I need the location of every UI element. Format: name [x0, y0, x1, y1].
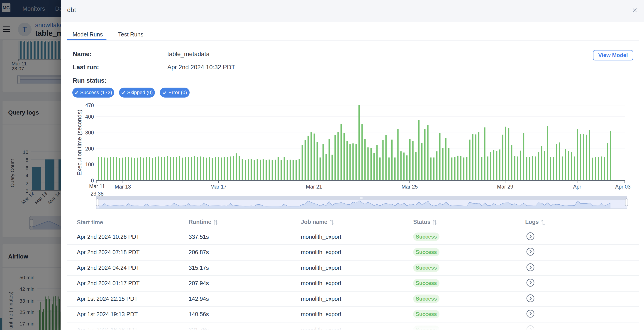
svg-text:23:38: 23:38: [90, 191, 104, 197]
svg-text:Mar 29: Mar 29: [497, 184, 514, 190]
svg-text:Apr 03: Apr 03: [615, 184, 630, 190]
svg-text:Mar 13: Mar 13: [115, 184, 131, 190]
svg-text:Execution time (seconds): Execution time (seconds): [76, 110, 83, 176]
svg-text:Mar 21: Mar 21: [306, 184, 322, 190]
svg-text:Mar 11: Mar 11: [89, 183, 105, 189]
svg-text:200: 200: [85, 146, 94, 152]
svg-text:0: 0: [91, 178, 94, 183]
svg-text:300: 300: [85, 130, 94, 136]
svg-text:Mar 17: Mar 17: [210, 184, 227, 190]
svg-text:Apr: Apr: [573, 184, 581, 190]
svg-text:470: 470: [85, 103, 94, 108]
svg-text:Mar 25: Mar 25: [402, 184, 418, 190]
svg-text:100: 100: [85, 162, 94, 167]
svg-text:400: 400: [85, 114, 94, 120]
